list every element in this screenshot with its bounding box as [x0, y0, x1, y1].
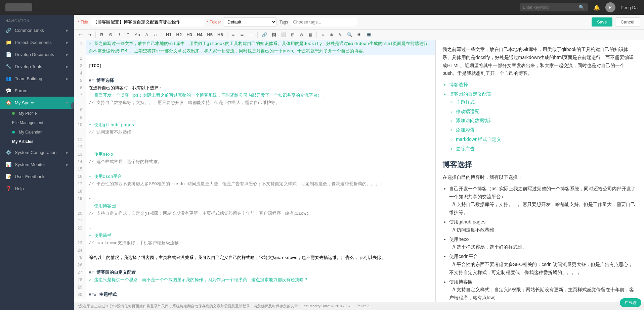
line-number: 8 [74, 107, 86, 114]
sidebar-item-my-profile[interactable]: My Profile [12, 109, 74, 118]
code-button[interactable]: ⬜ [279, 31, 288, 39]
sidebar-item-my-calendar[interactable]: My Calendar [12, 127, 74, 137]
toc-sublink[interactable]: 添加访问数据统计 [456, 118, 493, 123]
sidebar-label-forum: Forum [15, 88, 28, 93]
tags-label: Tags [280, 20, 288, 24]
fullscreen-button[interactable]: ⊕ [328, 31, 336, 39]
font-size-button[interactable]: Aa [133, 31, 142, 39]
preview-intro: 我之前写过一些文章，放在自己本地的Git库中，用类似于gitbook的工具构建自… [442, 46, 637, 78]
toc-subitem: 主题样式 [456, 98, 637, 106]
toc-sublink[interactable]: markdown样式自定义 [456, 137, 501, 142]
logo-area [5, 3, 32, 11]
folder-label: Folder [207, 20, 221, 24]
find-button[interactable]: 🔍 [345, 31, 354, 39]
preview-section1-title: 博客选择 [442, 158, 637, 171]
emoji-button[interactable]: ⊙ [298, 31, 306, 39]
sidebar-item-file-management[interactable]: File Management [12, 118, 74, 127]
line-content: // 选个样式容易，选个好的样式难。 [86, 158, 435, 166]
line-row: 3 [TOC] [74, 62, 435, 70]
grid-button[interactable]: ▦ [306, 31, 314, 39]
my-space-submenu: My Profile File Management My Calendar M… [0, 109, 74, 146]
tags-field-group: Tags [280, 18, 357, 26]
sidebar-label-develop-tools: Develop Tools [15, 64, 42, 69]
hr-button[interactable]: — [247, 31, 255, 39]
ordered-list-button[interactable]: ≣ [238, 31, 246, 39]
chevron-right-icon: ▶ [66, 65, 69, 68]
lowercase-button[interactable]: a [152, 31, 160, 39]
line-number: 19 [74, 195, 86, 210]
line-row: 29 [74, 284, 435, 291]
sidebar-item-my-articles[interactable]: My Articles [12, 137, 74, 146]
strikethrough-button[interactable]: S [106, 31, 115, 39]
sidebar-item-common-links[interactable]: 🔗 Common Links ▶ [0, 24, 74, 36]
search-input[interactable] [523, 5, 577, 10]
redo-button[interactable]: ↪ [85, 31, 93, 39]
sidebar-item-develop-docs[interactable]: 📄 Develop Documents ▶ [0, 48, 74, 60]
folder-select[interactable]: Default [223, 17, 277, 27]
toc-sublink[interactable]: 去除广告 [456, 146, 475, 151]
uppercase-button[interactable]: A [143, 31, 151, 39]
line-content: ~+ 使用博客园 [86, 195, 435, 210]
line-row: 24 [74, 247, 435, 254]
line-row: 10 + 使用github pages// 访问速度不敢恭维 [74, 121, 435, 136]
line-row: 9 [74, 114, 435, 121]
line-content: + 使用csdn平台 [86, 173, 435, 180]
terminal-button[interactable]: » [319, 31, 327, 39]
title-input[interactable] [90, 18, 204, 26]
italic-button[interactable]: I [115, 31, 123, 39]
preview-section1-intro: 在选择自己的博客时，我有以下选择： [442, 173, 637, 182]
toc-subitem: markdown样式自定义 [456, 136, 637, 144]
toc-subitem: 去除广告 [456, 145, 637, 153]
sidebar-item-my-space[interactable]: 🏠 My Space ▼ [0, 97, 74, 109]
toc-sublink[interactable]: 添加彩蛋 [456, 127, 475, 133]
toc-sublink[interactable]: 移动端适配 [456, 109, 479, 114]
toc-link[interactable]: 博客园的自定义配置 [449, 91, 491, 97]
save-button[interactable]: Save [592, 17, 612, 27]
editor-preview: 我之前写过一些文章，放在自己本地的Git库中，用类似于gitbook的工具构建自… [436, 40, 644, 302]
monitor-button[interactable]: 💻 [364, 31, 374, 39]
line-content: // 支持自定义样式，自定义js权限；网站长期没有更新，主页样式感觉停留在十年前… [86, 210, 435, 217]
h1-button[interactable]: H1 [164, 31, 174, 39]
toc-subitem: 添加访问数据统计 [456, 117, 637, 125]
tags-input[interactable] [290, 18, 357, 26]
h3-button[interactable]: H3 [184, 31, 194, 39]
line-number: 11 [74, 136, 86, 144]
line-number: 3 [74, 62, 86, 70]
line-row: 6 在选择自己的博客时，我有以下选择： [74, 85, 435, 92]
h2-button[interactable]: H2 [174, 31, 184, 39]
sidebar-item-user-feedback[interactable]: 📝 User Feedback [0, 170, 74, 183]
search-box[interactable]: 🔍 [520, 3, 588, 11]
editor-content[interactable]: 1 > 我之前写过一些文章，放在自己本地的Git库中，用类似于gitbook的工… [74, 40, 435, 302]
sidebar-item-system-config[interactable]: ⚙️ System Configuration ▶ [0, 146, 74, 158]
link-button[interactable]: 🔗 [260, 31, 269, 39]
line-number: 7 [74, 92, 86, 107]
online-chat-button[interactable]: 在线聊 [620, 298, 641, 307]
image-button[interactable]: 🖼 [270, 31, 278, 39]
pencil-button[interactable]: ✎ [336, 31, 344, 39]
undo-button[interactable]: ↩ [77, 31, 85, 39]
line-number: 13 [74, 151, 86, 158]
quote-button[interactable]: " [124, 31, 132, 39]
h5-button[interactable]: H5 [205, 31, 215, 39]
table-button[interactable]: ⊞ [289, 31, 297, 39]
h4-button[interactable]: H4 [195, 31, 205, 39]
preview-toggle-button[interactable]: 👁 [355, 31, 363, 39]
sidebar-item-project-docs[interactable]: 📁 Project Documents ▶ [0, 36, 74, 48]
toc-sublink[interactable]: 主题样式 [456, 99, 475, 105]
line-number: 16 [74, 173, 86, 180]
cancel-button[interactable]: Cancel [615, 17, 640, 27]
sidebar-item-develop-tools[interactable]: 🔧 Develop Tools ▶ [0, 60, 74, 72]
sidebar-item-help[interactable]: ❓ Help [0, 183, 74, 195]
line-number: 9 [74, 114, 86, 121]
sidebar-item-forum[interactable]: 💬 Forum [0, 85, 74, 97]
bold-button[interactable]: B [98, 31, 106, 39]
editor-toolbar: ↩ ↪ B S I " Aa A a H1 H2 H3 H4 H5 H6 ≡ ≣… [74, 30, 644, 40]
h6-button[interactable]: H6 [215, 31, 225, 39]
unordered-list-button[interactable]: ≡ [229, 31, 238, 39]
sidebar-item-team-building[interactable]: 👥 Team Building ▶ [0, 72, 74, 85]
list-item: 使用博客园// 支持自定义样式，自定义js权限；网站长期没有更新，主页样式感觉停… [449, 278, 637, 302]
notification-bell-icon[interactable]: 🔔 [593, 4, 600, 11]
toc-link[interactable]: 博客选择 [449, 82, 468, 87]
line-content: ~+ 使用简书 [86, 225, 435, 240]
sidebar-item-system-monitor[interactable]: 📊 System Monitor ▶ [0, 158, 74, 170]
